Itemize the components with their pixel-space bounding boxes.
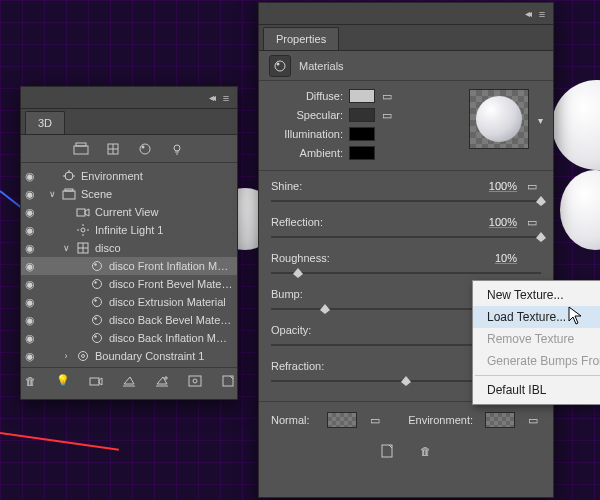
tree-row[interactable]: ◉disco Front Bevel Material: [21, 275, 237, 293]
environment-swatch[interactable]: [485, 412, 515, 428]
svg-point-33: [93, 334, 102, 343]
visibility-eye-icon[interactable]: ◉: [21, 278, 39, 291]
mesh-blob: [552, 80, 600, 170]
visibility-eye-icon[interactable]: ◉: [21, 260, 39, 273]
tree-node-label: disco Extrusion Material: [109, 296, 233, 308]
environment-texture-icon[interactable]: ▭: [525, 413, 541, 427]
light-filter-icon[interactable]: [167, 140, 187, 158]
normal-texture-icon[interactable]: ▭: [367, 413, 383, 427]
svg-rect-15: [65, 189, 73, 191]
texture-context-menu[interactable]: New Texture...Load Texture...Remove Text…: [472, 280, 600, 405]
scene-tree[interactable]: ◉Environment◉∨Scene◉Current View◉Infinit…: [21, 163, 237, 367]
svg-rect-14: [63, 191, 75, 199]
tree-row[interactable]: ◉Infinite Light 1: [21, 221, 237, 239]
new-icon[interactable]: [218, 372, 237, 390]
diffuse-texture-icon[interactable]: ▭: [379, 89, 395, 103]
reflection-value[interactable]: 100%: [457, 216, 517, 228]
tree-row[interactable]: ◉∨Scene: [21, 185, 237, 203]
tree-row[interactable]: ◉Current View: [21, 203, 237, 221]
panel-properties-footer: 🗑: [259, 438, 553, 464]
tree-row[interactable]: ◉∨disco: [21, 239, 237, 257]
render-icon[interactable]: [185, 372, 204, 390]
shine-texture-icon[interactable]: ▭: [523, 179, 541, 193]
opacity-label: Opacity:: [271, 324, 345, 336]
tree-row[interactable]: ◉disco Front Inflation Mat...: [21, 257, 237, 275]
specular-texture-icon[interactable]: ▭: [379, 108, 395, 122]
new-doc-icon[interactable]: [377, 442, 397, 460]
add-plane-icon[interactable]: [152, 372, 171, 390]
collapse-icon[interactable]: ◂◂: [209, 92, 213, 103]
tree-row[interactable]: ◉Environment: [21, 167, 237, 185]
trash-icon[interactable]: 🗑: [415, 442, 435, 460]
visibility-eye-icon[interactable]: ◉: [21, 170, 39, 183]
svg-rect-1: [76, 143, 86, 146]
tree-node-label: disco Back Inflation Mate...: [109, 332, 233, 344]
diffuse-swatch[interactable]: [349, 89, 375, 103]
prop-roughness: Roughness:10%: [271, 251, 541, 279]
visibility-eye-icon[interactable]: ◉: [21, 224, 39, 237]
twisty-icon[interactable]: ›: [61, 351, 71, 361]
menu-item[interactable]: Default IBL: [473, 379, 600, 401]
bump-label: Bump:: [271, 288, 345, 300]
reflection-slider[interactable]: [271, 231, 541, 243]
normal-swatch[interactable]: [327, 412, 357, 428]
material-preview[interactable]: [469, 89, 529, 149]
collapse-icon[interactable]: ◂◂: [525, 8, 529, 19]
tree-row[interactable]: ◉disco Back Inflation Mate...: [21, 329, 237, 347]
panel-menu-icon[interactable]: ≡: [535, 8, 549, 20]
tree-node-label: disco Back Bevel Material: [109, 314, 233, 326]
tree-row[interactable]: ◉disco Back Bevel Material: [21, 311, 237, 329]
mesh-blob: [560, 170, 600, 250]
shine-slider[interactable]: [271, 195, 541, 207]
svg-point-36: [82, 355, 85, 358]
visibility-eye-icon[interactable]: ◉: [21, 350, 39, 363]
preview-dropdown-icon[interactable]: ▾: [538, 115, 543, 126]
visibility-eye-icon[interactable]: ◉: [21, 296, 39, 309]
tree-row[interactable]: ◉›Boundary Constraint 1: [21, 347, 237, 365]
normal-environment-row: Normal: ▭ Environment: ▭: [259, 402, 553, 438]
reflection-texture-icon[interactable]: ▭: [523, 215, 541, 229]
panel-properties-header[interactable]: ◂◂ ≡: [259, 3, 553, 25]
tab-properties[interactable]: Properties: [263, 27, 339, 50]
twisty-icon[interactable]: ∨: [61, 243, 71, 253]
trash-icon[interactable]: 🗑: [21, 372, 40, 390]
panel-menu-icon[interactable]: ≡: [219, 92, 233, 104]
menu-item[interactable]: New Texture...: [473, 284, 600, 306]
illumination-swatch[interactable]: [349, 127, 375, 141]
roughness-value[interactable]: 10%: [457, 252, 517, 264]
material-filter-icon[interactable]: [135, 140, 155, 158]
visibility-eye-icon[interactable]: ◉: [21, 188, 39, 201]
mesh-filter-icon[interactable]: [103, 140, 123, 158]
shine-value[interactable]: 100%: [457, 180, 517, 192]
menu-item[interactable]: Load Texture...: [473, 306, 600, 328]
mat-icon: [89, 295, 105, 309]
svg-point-32: [94, 317, 96, 319]
visibility-eye-icon[interactable]: ◉: [21, 314, 39, 327]
ambient-swatch[interactable]: [349, 146, 375, 160]
visibility-eye-icon[interactable]: ◉: [21, 242, 39, 255]
camera-icon[interactable]: [87, 372, 106, 390]
panel-3d-header[interactable]: ◂◂ ≡: [21, 87, 237, 109]
tab-3d[interactable]: 3D: [25, 111, 65, 134]
svg-point-6: [142, 145, 145, 148]
specular-swatch[interactable]: [349, 108, 375, 122]
tree-row[interactable]: ◉disco Extrusion Material: [21, 293, 237, 311]
roughness-slider[interactable]: [271, 267, 541, 279]
scene-filter-icon[interactable]: [71, 140, 91, 158]
roughness-texture-icon[interactable]: [523, 251, 541, 265]
visibility-eye-icon[interactable]: ◉: [21, 332, 39, 345]
environment-label: Environment:: [408, 414, 479, 426]
visibility-eye-icon[interactable]: ◉: [21, 206, 39, 219]
svg-rect-42: [189, 376, 201, 386]
svg-point-28: [94, 281, 96, 283]
mat-icon: [89, 259, 105, 273]
prop-shine: Shine:100%▭: [271, 179, 541, 207]
normal-label: Normal:: [271, 414, 321, 426]
tree-node-label: Environment: [81, 170, 233, 182]
reflection-label: Reflection:: [271, 216, 345, 228]
plane-icon[interactable]: [120, 372, 139, 390]
lightbulb-icon[interactable]: 💡: [54, 372, 73, 390]
svg-point-31: [93, 316, 102, 325]
twisty-icon[interactable]: ∨: [47, 189, 57, 199]
panel-properties-tabstrip: Properties: [259, 25, 553, 51]
